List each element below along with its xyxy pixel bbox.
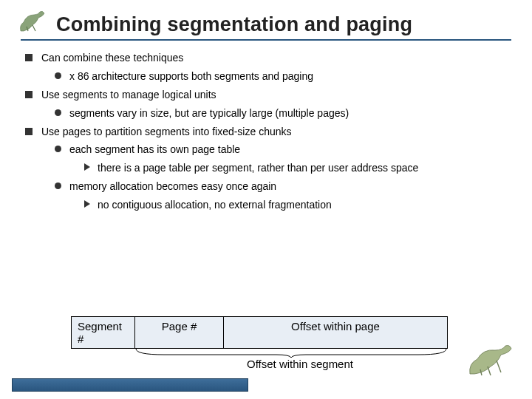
bullet-text: Can combine these techniques: [41, 52, 183, 64]
bullet-l1: Use segments to manage logical units seg…: [25, 88, 511, 120]
bullet-l2: segments vary in size, but are typically…: [55, 106, 511, 120]
address-box-row: Segment # Page # Offset within page: [71, 316, 448, 349]
bullet-l1: Use pages to partition segments into fix…: [25, 125, 511, 212]
slide-title: Combining segmentation and paging: [21, 13, 511, 36]
dinosaur-left-icon: [16, 9, 55, 37]
slide: Combining segmentation and paging Can co…: [0, 0, 532, 399]
address-diagram: Segment # Page # Offset within page Offs…: [71, 316, 448, 349]
segment-cell: Segment #: [72, 317, 135, 348]
bullet-text: Use segments to manage logical units: [41, 89, 216, 100]
title-row: Combining segmentation and paging: [21, 13, 511, 41]
bullet-text: segments vary in size, but are typically…: [69, 107, 349, 119]
bullet-text: no contiguous allocation, no external fr…: [98, 199, 332, 211]
footer-bar: [12, 378, 248, 392]
bullet-l3: no contiguous allocation, no external fr…: [84, 198, 511, 212]
bullet-l1: Can combine these techniques x 86 archit…: [25, 51, 511, 83]
bullet-text: memory allocation becomes easy once agai…: [69, 180, 276, 192]
brace-icon: [134, 347, 448, 358]
bullet-text: x 86 architecture supports both segments…: [69, 70, 313, 82]
bullet-text: each segment has its own page table: [69, 143, 240, 155]
offset-segment-label: Offset within segment: [226, 358, 374, 370]
bullet-text: there is a page table per segment, rathe…: [98, 162, 418, 174]
bullet-text: Use pages to partition segments into fix…: [41, 126, 292, 137]
bullet-l2: x 86 architecture supports both segments…: [55, 69, 511, 83]
page-cell: Page #: [135, 317, 224, 348]
bullet-l2: memory allocation becomes easy once agai…: [55, 180, 511, 212]
bullet-l3: there is a page table per segment, rathe…: [84, 161, 511, 175]
offset-page-cell: Offset within page: [224, 317, 447, 348]
dinosaur-right-icon: [464, 341, 522, 381]
content-area: Can combine these techniques x 86 archit…: [21, 51, 511, 212]
bullet-l2: each segment has its own page table ther…: [55, 143, 511, 175]
